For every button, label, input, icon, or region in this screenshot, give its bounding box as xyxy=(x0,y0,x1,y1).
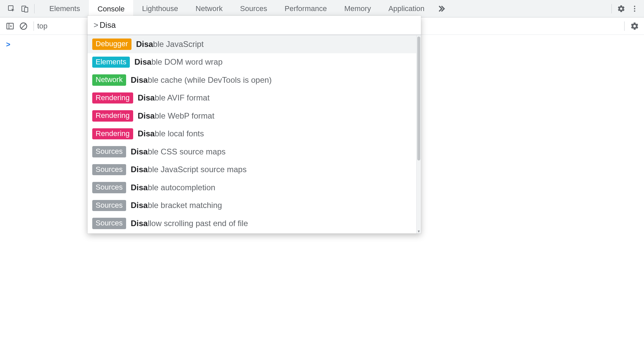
tab-label: Network xyxy=(196,4,223,13)
tab-label: Console xyxy=(98,5,125,13)
devtools-tabs: Elements Console Lighthouse Network Sour… xyxy=(41,0,449,17)
tab-label: Memory xyxy=(344,4,371,13)
command-menu-item-label: Disable JavaScript xyxy=(136,39,204,49)
clear-console-icon[interactable] xyxy=(17,19,30,33)
command-menu-prefix: > xyxy=(94,20,98,30)
command-menu-item[interactable]: RenderingDisable local fonts xyxy=(88,125,421,143)
command-menu-item-label: Disable cache (while DevTools is open) xyxy=(131,75,272,85)
command-menu-item[interactable]: ElementsDisable DOM word wrap xyxy=(88,53,421,71)
command-menu-input[interactable]: > Disa xyxy=(88,16,421,35)
command-menu-badge: Rendering xyxy=(92,128,133,140)
tabstrip-right-icons xyxy=(606,0,644,17)
separator xyxy=(34,4,35,13)
console-toolbar-left: top xyxy=(0,19,50,33)
toggle-sidebar-icon[interactable] xyxy=(3,19,17,33)
tab-application[interactable]: Application xyxy=(380,0,433,17)
tab-label: Application xyxy=(388,4,425,13)
svg-point-5 xyxy=(634,10,635,12)
command-menu: > Disa DebuggerDisable JavaScriptElement… xyxy=(88,16,421,233)
tab-performance[interactable]: Performance xyxy=(276,0,336,17)
command-menu-item[interactable]: NetworkDisable cache (while DevTools is … xyxy=(88,71,421,89)
command-menu-badge: Network xyxy=(92,74,126,86)
tabstrip-left-icons xyxy=(0,0,41,17)
command-menu-item-label: Disable autocompletion xyxy=(131,183,215,193)
svg-rect-2 xyxy=(24,7,28,12)
command-menu-badge: Sources xyxy=(92,164,126,176)
more-tabs-icon[interactable] xyxy=(433,0,449,17)
command-menu-badge: Sources xyxy=(92,182,126,193)
command-menu-item[interactable]: SourcesDisable CSS source maps xyxy=(88,143,421,161)
command-menu-item[interactable]: DebuggerDisable JavaScript xyxy=(88,35,421,53)
separator xyxy=(34,21,34,31)
command-menu-item-label: Disable bracket matching xyxy=(131,200,222,210)
devtools-tabstrip: Elements Console Lighthouse Network Sour… xyxy=(0,0,644,17)
tab-console[interactable]: Console xyxy=(89,0,133,17)
console-toolbar-right xyxy=(621,19,644,33)
device-toolbar-icon[interactable] xyxy=(18,2,32,15)
command-menu-item-label: Disable JavaScript source maps xyxy=(131,164,247,175)
inspect-element-icon[interactable] xyxy=(5,2,18,15)
tab-lighthouse[interactable]: Lighthouse xyxy=(133,0,187,17)
tab-network[interactable]: Network xyxy=(187,0,231,17)
command-menu-item-label: Disable local fonts xyxy=(138,129,204,139)
context-selector[interactable]: top xyxy=(37,22,50,30)
command-menu-item[interactable]: SourcesDo not display variable values in… xyxy=(88,232,421,234)
separator xyxy=(624,21,625,31)
scrollbar-thumb[interactable] xyxy=(417,37,420,160)
scrollbar-down-arrow[interactable]: ▼ xyxy=(417,229,421,233)
console-settings-icon[interactable] xyxy=(628,19,641,33)
command-menu-query: Disa xyxy=(100,20,116,30)
tab-elements[interactable]: Elements xyxy=(41,0,89,17)
svg-point-4 xyxy=(634,8,635,9)
svg-point-3 xyxy=(634,6,635,7)
tab-sources[interactable]: Sources xyxy=(231,0,276,17)
separator xyxy=(611,4,612,13)
command-menu-badge: Elements xyxy=(92,57,130,68)
tab-label: Lighthouse xyxy=(142,4,178,13)
kebab-menu-icon[interactable] xyxy=(628,2,641,15)
command-menu-item[interactable]: RenderingDisable WebP format xyxy=(88,107,421,125)
tab-label: Performance xyxy=(285,4,327,13)
command-menu-item-label: Disallow scrolling past end of file xyxy=(131,218,248,228)
tab-label: Elements xyxy=(49,4,80,13)
command-menu-item-label: Disable AVIF format xyxy=(138,93,210,103)
command-menu-item[interactable]: SourcesDisallow scrolling past end of fi… xyxy=(88,214,421,232)
command-menu-item-label: Disable CSS source maps xyxy=(131,147,226,157)
tab-label: Sources xyxy=(240,4,267,13)
command-menu-list-wrap: DebuggerDisable JavaScriptElementsDisabl… xyxy=(88,35,421,233)
command-menu-list: DebuggerDisable JavaScriptElementsDisabl… xyxy=(88,35,421,233)
command-menu-item-label: Disable DOM word wrap xyxy=(135,57,223,67)
command-menu-badge: Sources xyxy=(92,200,126,211)
command-menu-badge: Rendering xyxy=(92,92,133,104)
command-menu-badge: Debugger xyxy=(92,39,131,50)
command-menu-item[interactable]: SourcesDisable JavaScript source maps xyxy=(88,161,421,179)
command-menu-item[interactable]: SourcesDisable bracket matching xyxy=(88,197,421,215)
svg-rect-6 xyxy=(7,23,13,29)
settings-icon[interactable] xyxy=(614,2,628,15)
command-menu-item-label: Disable WebP format xyxy=(138,111,215,121)
tab-memory[interactable]: Memory xyxy=(335,0,379,17)
command-menu-badge: Sources xyxy=(92,218,126,229)
command-menu-item[interactable]: SourcesDisable autocompletion xyxy=(88,179,421,197)
command-menu-badge: Sources xyxy=(92,146,126,157)
console-prompt-caret: > xyxy=(6,40,10,49)
command-menu-item[interactable]: RenderingDisable AVIF format xyxy=(88,89,421,107)
command-menu-badge: Rendering xyxy=(92,110,133,122)
command-menu-scrollbar[interactable]: ▼ xyxy=(416,35,421,233)
